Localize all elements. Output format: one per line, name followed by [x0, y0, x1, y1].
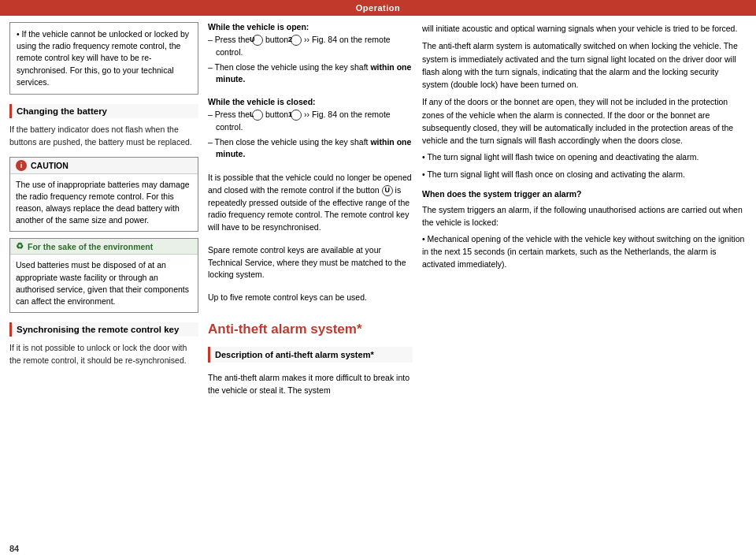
changing-battery-text: If the battery indicator does not flash … — [9, 122, 198, 151]
right-para2: The anti-theft alarm system is automatic… — [422, 39, 747, 91]
middle-para2: Spare remote control keys are available … — [208, 244, 413, 281]
notice-text: If the vehicle cannot be unlocked or loc… — [17, 28, 191, 88]
changing-battery-heading: Changing the battery — [9, 104, 198, 118]
env-text: Used batteries must be disposed of at an… — [16, 260, 189, 306]
right-para4: The system triggers an alarm, if the fol… — [422, 203, 747, 229]
caution-icon: i — [16, 160, 27, 171]
closed-item-1: Press the L button 1 ›› Fig. 84 on the r… — [208, 109, 413, 134]
right-bullet1: The turn signal light will flash twice o… — [422, 151, 747, 164]
btn-lock-closed: L — [252, 110, 263, 121]
closed-label: While the vehicle is closed: — [208, 97, 413, 106]
right-para1: will initiate acoustic and optical warni… — [422, 22, 747, 35]
env-label: For the sake of the environment — [28, 242, 153, 251]
caution-header: i CAUTION — [10, 158, 198, 174]
section-synchronising: Synchronising the remote control key If … — [9, 319, 198, 369]
caution-box: i CAUTION The use of inappropriate batte… — [9, 157, 198, 232]
environment-box: ♻ For the sake of the environment Used b… — [9, 238, 198, 313]
page: Operation If the vehicle cannot be unloc… — [0, 0, 756, 558]
antitheft-heading-wrapper: Anti-theft alarm system* — [208, 317, 413, 340]
page-number: 84 — [0, 541, 756, 558]
middle-column: While the vehicle is open: Press the U b… — [208, 22, 413, 534]
open-label: While the vehicle is open: — [208, 22, 413, 32]
middle-para3: Up to five remote control keys can be us… — [208, 292, 413, 304]
env-body: Used batteries must be disposed of at an… — [10, 255, 198, 312]
btn-num-1: 1 — [291, 110, 302, 121]
section-changing-battery: Changing the battery If the battery indi… — [9, 101, 198, 151]
alarm-question: When does the system trigger an alarm? — [422, 189, 747, 199]
header-bar: Operation — [0, 0, 756, 16]
desc-heading: Description of anti-theft alarm system* — [215, 350, 374, 359]
open-item-1: Press the U button 2 ›› Fig. 84 on the r… — [208, 34, 413, 59]
content-area: If the vehicle cannot be unlocked or loc… — [0, 16, 756, 541]
synchronising-text: If it is not possible to unlock or lock … — [9, 340, 198, 369]
btn-lock-open: U — [252, 35, 263, 46]
desc-box: Description of anti-theft alarm system* — [208, 347, 413, 363]
right-bullet2: The turn signal light will flash once on… — [422, 169, 747, 181]
open-item-2: Then close the vehicle using the key sha… — [208, 61, 413, 87]
vehicle-closed-section: While the vehicle is closed: Press the L… — [208, 97, 413, 161]
desc-text: The anti-theft alarm makes it more diffi… — [208, 372, 413, 397]
caution-text: The use of inappropriate batteries may d… — [16, 180, 190, 225]
btn-num-2: 2 — [291, 35, 302, 46]
notice-box: If the vehicle cannot be unlocked or loc… — [9, 22, 198, 95]
env-icon: ♻ — [16, 241, 24, 251]
closed-item-2: Then close the vehicle using the key sha… — [208, 136, 413, 162]
caution-label: CAUTION — [31, 161, 69, 170]
middle-para1: It is possible that the vehicle could no… — [208, 172, 413, 234]
btn-inline: U — [382, 185, 393, 196]
right-column: will initiate acoustic and optical warni… — [422, 22, 747, 534]
antitheft-heading: Anti-theft alarm system* — [208, 322, 413, 337]
caution-body: The use of inappropriate batteries may d… — [10, 174, 198, 232]
synchronising-heading: Synchronising the remote control key — [9, 322, 198, 337]
right-para3: If any of the doors or the bonnet are op… — [422, 95, 747, 147]
left-column: If the vehicle cannot be unlocked or loc… — [9, 22, 198, 534]
header-title: Operation — [356, 3, 400, 13]
vehicle-open-section: While the vehicle is open: Press the U b… — [208, 22, 413, 86]
right-bullet3: Mechanical opening of the vehicle with t… — [422, 233, 747, 270]
env-header: ♻ For the sake of the environment — [10, 239, 198, 255]
